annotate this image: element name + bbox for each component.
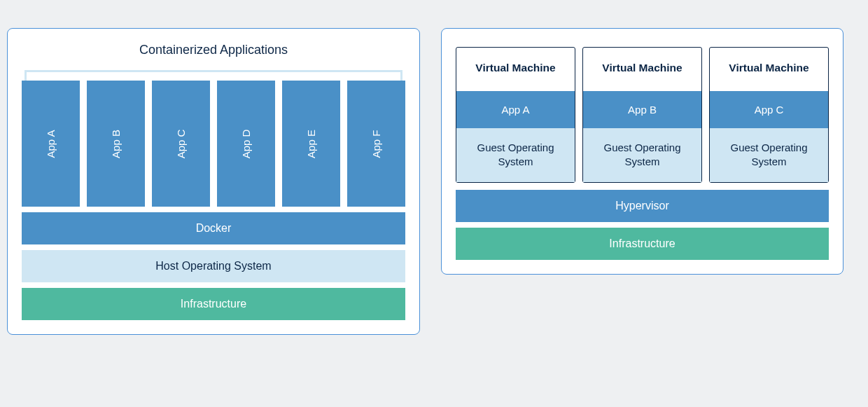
container-app-label: App B — [110, 130, 122, 158]
vm-app-layer: App A — [456, 91, 575, 128]
vm-panel: Virtual Machine App A Guest Operating Sy… — [441, 28, 844, 275]
apps-bracket — [24, 70, 402, 81]
container-app-label: App E — [305, 130, 317, 158]
container-app-box: App B — [87, 81, 145, 207]
host-os-layer: Host Operating System — [22, 250, 405, 282]
container-panel: Containerized Applications App A App B A… — [7, 28, 420, 335]
vm-app-layer: App B — [583, 91, 701, 128]
container-app-box: App C — [152, 81, 210, 207]
vm-title: Virtual Machine — [710, 48, 828, 91]
vm-guest-os-layer: Guest Operating System — [583, 128, 701, 182]
container-app-box: App D — [217, 81, 275, 207]
container-apps-row: App A App B App C App D App E App F — [22, 81, 405, 207]
infrastructure-layer: Infrastructure — [22, 288, 405, 320]
vm-title: Virtual Machine — [456, 48, 575, 91]
container-app-box: App A — [22, 81, 80, 207]
container-app-label: App F — [370, 130, 382, 158]
vm-app-layer: App C — [710, 91, 828, 128]
vms-row: Virtual Machine App A Guest Operating Sy… — [456, 47, 829, 183]
container-app-label: App D — [240, 129, 252, 158]
vm-box: Virtual Machine App B Guest Operating Sy… — [582, 47, 702, 183]
docker-layer: Docker — [22, 212, 405, 244]
architecture-comparison-diagram: Containerized Applications App A App B A… — [7, 28, 861, 335]
vm-guest-os-layer: Guest Operating System — [456, 128, 575, 182]
container-app-box: App E — [282, 81, 340, 207]
vm-box: Virtual Machine App C Guest Operating Sy… — [709, 47, 829, 183]
hypervisor-layer: Hypervisor — [456, 190, 829, 222]
infrastructure-layer: Infrastructure — [456, 228, 829, 260]
container-panel-title: Containerized Applications — [22, 43, 405, 57]
vm-box: Virtual Machine App A Guest Operating Sy… — [456, 47, 575, 183]
container-app-label: App C — [175, 129, 187, 158]
vm-title: Virtual Machine — [583, 48, 701, 91]
container-app-label: App A — [45, 130, 57, 158]
vm-guest-os-layer: Guest Operating System — [710, 128, 828, 182]
container-app-box: App F — [347, 81, 405, 207]
